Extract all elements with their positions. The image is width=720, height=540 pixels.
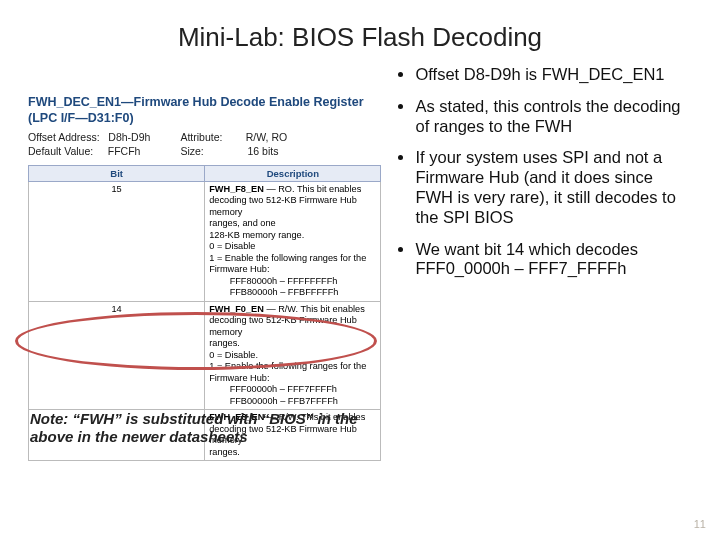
footnote: Note: “FWH” is substituted with “BIOS” i… [30, 410, 380, 446]
content-area: FWH_DEC_EN1—Firmware Hub Decode Enable R… [0, 53, 720, 461]
list-item: If your system uses SPI and not a Firmwa… [415, 148, 692, 227]
col-bit: Bit [29, 165, 205, 181]
meta-offset: Offset Address: D8h-D9h [28, 130, 150, 144]
right-column: Offset D8-D9h is FWH_DEC_EN1 As stated, … [397, 63, 692, 461]
list-item: We want bit 14 which decodes FFF0_0000h … [415, 240, 692, 280]
col-desc: Description [205, 165, 381, 181]
meta-attribute: Attribute: R/W, RO [180, 130, 287, 144]
page-number: 11 [694, 518, 706, 530]
register-meta: Offset Address: D8h-D9h Default Value: F… [28, 130, 381, 158]
table-row: 15 FWH_F8_EN — RO. This bit enables deco… [29, 181, 381, 301]
slide-title: Mini-Lab: BIOS Flash Decoding [0, 0, 720, 53]
meta-size: Size: 16 bits [180, 144, 287, 158]
left-column: FWH_DEC_EN1—Firmware Hub Decode Enable R… [28, 63, 381, 461]
meta-default: Default Value: FFCFh [28, 144, 150, 158]
bullet-list: Offset D8-D9h is FWH_DEC_EN1 As stated, … [397, 65, 692, 279]
list-item: As stated, this controls the decoding of… [415, 97, 692, 137]
register-heading: FWH_DEC_EN1—Firmware Hub Decode Enable R… [28, 95, 381, 126]
list-item: Offset D8-D9h is FWH_DEC_EN1 [415, 65, 692, 85]
table-row: 14 FWH_F0_EN — R/W. This bit enables dec… [29, 301, 381, 410]
